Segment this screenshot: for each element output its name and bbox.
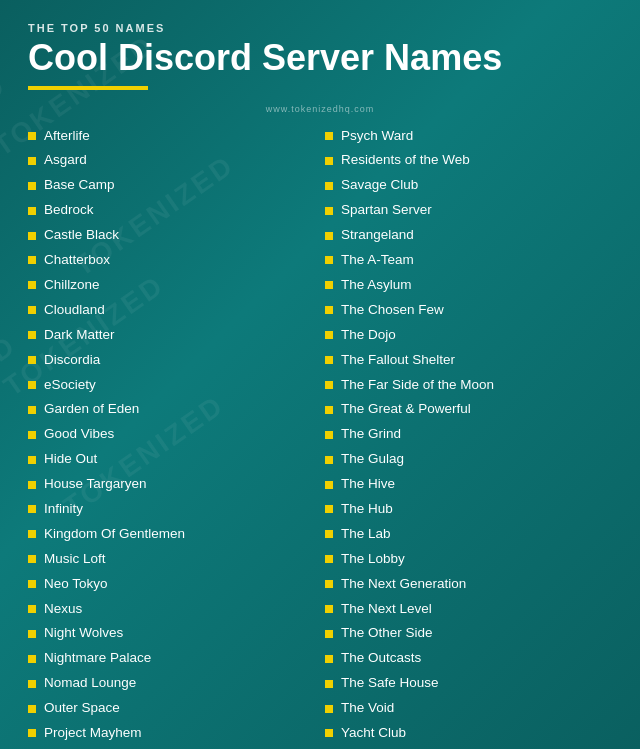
list-item: The Safe House <box>325 671 612 696</box>
item-label: The Chosen Few <box>341 301 444 320</box>
bullet-icon <box>325 232 333 240</box>
item-label: The Great & Powerful <box>341 400 471 419</box>
list-item: Residents of the Web <box>325 148 612 173</box>
bullet-icon <box>325 555 333 563</box>
list-item: Night Wolves <box>28 621 315 646</box>
top-label: THE TOP 50 NAMES <box>28 22 612 34</box>
bullet-icon <box>28 331 36 339</box>
item-label: The Other Side <box>341 624 433 643</box>
list-item: The Next Generation <box>325 572 612 597</box>
list-item: Neo Tokyo <box>28 572 315 597</box>
bullet-icon <box>325 381 333 389</box>
list-item: Savage Club <box>325 173 612 198</box>
list-item: The Lobby <box>325 547 612 572</box>
bullet-icon <box>28 281 36 289</box>
bullet-icon <box>28 232 36 240</box>
item-label: Night Wolves <box>44 624 123 643</box>
bullet-icon <box>28 356 36 364</box>
list-item: The Lab <box>325 522 612 547</box>
list-item: Hide Out <box>28 447 315 472</box>
header-website: www.tokenizedhq.com <box>0 104 640 114</box>
bullet-icon <box>28 381 36 389</box>
list-item: Afterlife <box>28 124 315 149</box>
item-label: Residents of the Web <box>341 151 470 170</box>
item-label: eSociety <box>44 376 96 395</box>
item-label: Neo Tokyo <box>44 575 108 594</box>
list-item: Chatterbox <box>28 248 315 273</box>
bullet-icon <box>28 431 36 439</box>
list-item: The Chosen Few <box>325 298 612 323</box>
list-item: The Outcasts <box>325 646 612 671</box>
main-container: TOKENIZED TOKENIZED TOKENIZED TOKENIZED … <box>0 0 640 749</box>
main-title: Cool Discord Server Names <box>28 38 612 78</box>
item-label: The Outcasts <box>341 649 421 668</box>
bullet-icon <box>28 705 36 713</box>
list-item: Project Mayhem <box>28 721 315 746</box>
bullet-icon <box>325 605 333 613</box>
bullet-icon <box>28 505 36 513</box>
list-item: The Hive <box>325 472 612 497</box>
list-item: The Great & Powerful <box>325 397 612 422</box>
item-label: Cloudland <box>44 301 105 320</box>
item-label: The Fallout Shelter <box>341 351 455 370</box>
item-label: The Next Level <box>341 600 432 619</box>
list-item: The A-Team <box>325 248 612 273</box>
item-label: House Targaryen <box>44 475 147 494</box>
list-item: The Asylum <box>325 273 612 298</box>
item-label: Hide Out <box>44 450 97 469</box>
list-item: Infinity <box>28 497 315 522</box>
list-item: Bedrock <box>28 198 315 223</box>
bullet-icon <box>325 157 333 165</box>
list-area: AfterlifeAsgardBase CampBedrockCastle Bl… <box>0 116 640 746</box>
bullet-icon <box>325 729 333 737</box>
list-item: Discordia <box>28 348 315 373</box>
bullet-icon <box>325 306 333 314</box>
list-item: Psych Ward <box>325 124 612 149</box>
list-item: Good Vibes <box>28 422 315 447</box>
bullet-icon <box>28 456 36 464</box>
list-item: The Fallout Shelter <box>325 348 612 373</box>
item-label: The Grind <box>341 425 401 444</box>
item-label: The Asylum <box>341 276 412 295</box>
right-column: Psych WardResidents of the WebSavage Clu… <box>325 124 612 746</box>
list-item: Castle Black <box>28 223 315 248</box>
item-label: Outer Space <box>44 699 120 718</box>
item-label: The Gulag <box>341 450 404 469</box>
bullet-icon <box>325 680 333 688</box>
bullet-icon <box>28 132 36 140</box>
item-label: Base Camp <box>44 176 115 195</box>
list-item: The Void <box>325 696 612 721</box>
item-label: Kingdom Of Gentlemen <box>44 525 185 544</box>
bullet-icon <box>325 655 333 663</box>
list-item: Yacht Club <box>325 721 612 746</box>
bullet-icon <box>28 481 36 489</box>
list-item: Strangeland <box>325 223 612 248</box>
bullet-icon <box>325 331 333 339</box>
item-label: The Far Side of the Moon <box>341 376 494 395</box>
item-label: The Hive <box>341 475 395 494</box>
bullet-icon <box>325 207 333 215</box>
list-item: Cloudland <box>28 298 315 323</box>
list-item: Dark Matter <box>28 323 315 348</box>
list-item: The Next Level <box>325 597 612 622</box>
bullet-icon <box>28 306 36 314</box>
list-item: The Hub <box>325 497 612 522</box>
left-column: AfterlifeAsgardBase CampBedrockCastle Bl… <box>28 124 315 746</box>
bullet-icon <box>28 530 36 538</box>
bullet-icon <box>28 680 36 688</box>
list-item: Nexus <box>28 597 315 622</box>
item-label: Asgard <box>44 151 87 170</box>
list-item: Kingdom Of Gentlemen <box>28 522 315 547</box>
item-label: Dark Matter <box>44 326 115 345</box>
item-label: Afterlife <box>44 127 90 146</box>
item-label: Nexus <box>44 600 82 619</box>
item-label: The Void <box>341 699 394 718</box>
item-label: Chillzone <box>44 276 100 295</box>
bullet-icon <box>325 256 333 264</box>
list-item: Spartan Server <box>325 198 612 223</box>
bullet-icon <box>325 431 333 439</box>
bullet-icon <box>28 406 36 414</box>
bullet-icon <box>28 580 36 588</box>
item-label: Bedrock <box>44 201 94 220</box>
list-item: eSociety <box>28 373 315 398</box>
